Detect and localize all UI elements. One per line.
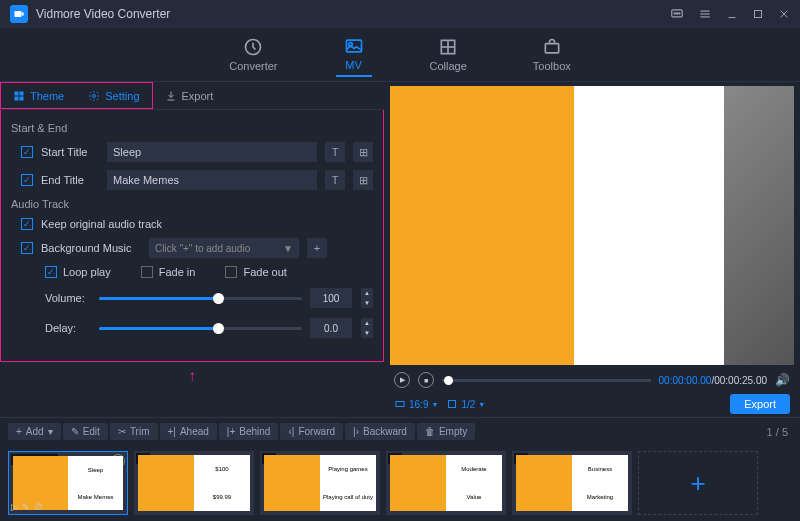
annotation-arrow: ↑ [188,367,196,385]
start-title-checkbox[interactable]: ✓ [21,146,33,158]
clip-play-icon[interactable]: ▷ [11,502,18,512]
fadeout-label: Fade out [243,266,286,278]
fadein-label: Fade in [159,266,196,278]
svg-rect-24 [396,402,404,407]
maximize-icon[interactable] [752,8,764,20]
nav-mv-label: MV [345,59,362,71]
clip-4[interactable]: ▦BusinessMarketing [512,451,632,515]
svg-rect-9 [755,11,762,18]
svg-rect-13 [346,40,361,52]
nav-mv[interactable]: MV [336,32,372,77]
start-title-text-icon[interactable]: T [325,142,345,162]
trim-button[interactable]: ✂ Trim [110,423,158,440]
delay-value[interactable]: 0.0 [310,318,352,338]
empty-button[interactable]: 🗑 Empty [417,423,475,440]
delay-label: Delay: [45,322,91,334]
nav-collage[interactable]: Collage [422,33,475,76]
clip-time-icon[interactable]: ⏱ [34,502,43,512]
delay-slider[interactable] [99,327,302,330]
start-title-grid-icon[interactable]: ⊞ [353,142,373,162]
page-display[interactable]: 1/2▼ [446,398,485,410]
nav-toolbox-label: Toolbox [533,60,571,72]
volume-value[interactable]: 100 [310,288,352,308]
chevron-down-icon: ▼ [283,243,293,254]
svg-rect-22 [20,96,24,100]
app-title: Vidmore Video Converter [36,7,670,21]
fadein-checkbox[interactable]: ✓ [141,266,153,278]
clip-0[interactable]: ▦00:00:05 ✕ SleepMake Memes ▷✎⏱ [8,451,128,515]
bg-music-dropdown[interactable]: Click "+" to add audio▼ [149,238,299,258]
start-title-input[interactable] [107,142,317,162]
backward-button[interactable]: |› Backward [345,423,415,440]
clip-pager: 1 / 5 [767,426,792,438]
minimize-icon[interactable] [726,8,738,20]
svg-point-3 [676,13,677,14]
behind-button[interactable]: |+ Behind [219,423,279,440]
volume-slider[interactable] [99,297,302,300]
edit-button[interactable]: ✎ Edit [63,423,108,440]
add-button[interactable]: + Add ▾ [8,423,61,440]
chevron-down-icon: ▼ [431,401,438,408]
progress-bar[interactable] [442,379,651,382]
end-title-checkbox[interactable]: ✓ [21,174,33,186]
svg-rect-21 [15,96,19,100]
end-title-input[interactable] [107,170,317,190]
nav-converter[interactable]: Converter [221,33,285,76]
bg-music-label: Background Music [41,242,141,254]
nav-toolbox[interactable]: Toolbox [525,33,579,76]
svg-rect-19 [15,91,19,95]
end-title-grid-icon[interactable]: ⊞ [353,170,373,190]
clip-2[interactable]: ▦Playing gamesPlaying call of duty [260,451,380,515]
svg-point-4 [679,13,680,14]
end-title-text-icon[interactable]: T [325,170,345,190]
stop-button[interactable]: ■ [418,372,434,388]
video-preview[interactable] [390,86,794,365]
svg-rect-18 [545,44,558,53]
svg-point-23 [93,94,96,97]
start-title-label: Start Title [41,146,99,158]
svg-rect-0 [15,11,22,17]
tab-theme[interactable]: Theme [1,83,76,108]
nav-collage-label: Collage [430,60,467,72]
end-title-label: End Title [41,174,99,186]
volume-up[interactable]: ▲ [361,288,373,298]
clip-1[interactable]: ▦$100$99.99 [134,451,254,515]
ahead-button[interactable]: +| Ahead [160,423,217,440]
tab-setting[interactable]: Setting [76,83,151,108]
nav-converter-label: Converter [229,60,277,72]
menu-icon[interactable] [698,7,712,21]
time-display: 00:00:00.00/00:00:25.00 [659,375,767,386]
aspect-ratio[interactable]: 16:9▼ [394,398,438,410]
add-audio-button[interactable]: + [307,238,327,258]
clip-3[interactable]: ▦ModerateValue [386,451,506,515]
volume-down[interactable]: ▼ [361,298,373,308]
bg-music-checkbox[interactable]: ✓ [21,242,33,254]
forward-button[interactable]: ‹| Forward [280,423,343,440]
add-clip-button[interactable]: + [638,451,758,515]
keep-audio-checkbox[interactable]: ✓ [21,218,33,230]
fadeout-checkbox[interactable]: ✓ [225,266,237,278]
section-audio: Audio Track [11,198,373,210]
feedback-icon[interactable] [670,7,684,21]
volume-icon[interactable]: 🔊 [775,373,790,387]
tab-export[interactable]: Export [153,82,226,109]
chevron-down-icon: ▼ [478,401,485,408]
timeline: ▦00:00:05 ✕ SleepMake Memes ▷✎⏱ ▦$100$99… [0,445,800,521]
app-logo [10,5,28,23]
keep-audio-label: Keep original audio track [41,218,162,230]
svg-point-2 [674,13,675,14]
svg-rect-20 [20,91,24,95]
clip-edit-icon[interactable]: ✎ [22,502,30,512]
loop-checkbox[interactable]: ✓ [45,266,57,278]
close-icon[interactable] [778,8,790,20]
loop-label: Loop play [63,266,111,278]
svg-rect-25 [449,401,456,408]
section-start-end: Start & End [11,122,373,134]
play-button[interactable]: ▶ [394,372,410,388]
export-button[interactable]: Export [730,394,790,414]
volume-label: Volume: [45,292,91,304]
delay-up[interactable]: ▲ [361,318,373,328]
delay-down[interactable]: ▼ [361,328,373,338]
